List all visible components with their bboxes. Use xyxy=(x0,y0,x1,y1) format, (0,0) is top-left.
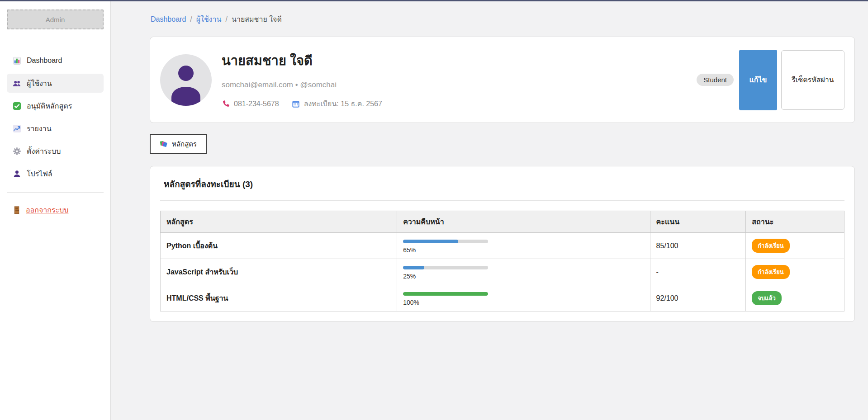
courses-table: หลักสูตร ความคืบหน้า คะแนน สถานะ Python … xyxy=(160,211,844,311)
score-value: 85/100 xyxy=(656,242,678,250)
progress-bar-fill xyxy=(403,240,458,243)
books-icon xyxy=(160,140,168,148)
users-icon xyxy=(13,79,21,88)
brand-label: Admin xyxy=(46,16,65,24)
sidebar-item-users[interactable]: ผู้ใช้งาน xyxy=(7,74,104,93)
reset-password-button[interactable]: รีเซ็ตรหัสผ่าน xyxy=(781,50,844,110)
title-divider xyxy=(160,200,844,201)
table-row: JavaScript สำหรับเว็บ 25% - กำลังเรียน xyxy=(161,259,844,285)
sidebar-item-reports[interactable]: รายงาน xyxy=(7,119,104,138)
approve-check-icon xyxy=(13,102,21,110)
profile-name: นายสมชาย ใจดี xyxy=(222,50,697,71)
sidebar-item-profile[interactable]: โปรไฟล์ xyxy=(7,164,104,183)
breadcrumb-link-dashboard[interactable]: Dashboard xyxy=(151,15,186,24)
progress-bar-fill xyxy=(403,292,488,296)
role-badge: Student xyxy=(697,74,734,86)
course-name: HTML/CSS พื้นฐาน xyxy=(166,294,228,302)
logout-link[interactable]: ออกจากระบบ xyxy=(7,204,104,216)
sidebar-item-label: อนุมัติหลักสูตร xyxy=(27,100,72,112)
progress-bar-fill xyxy=(403,266,424,269)
profile-info: นายสมชาย ใจดี somchai@email.com • @somch… xyxy=(222,50,697,109)
tab-courses[interactable]: หลักสูตร xyxy=(150,134,207,154)
header-status: สถานะ xyxy=(746,211,844,233)
main-content: Dashboard / ผู้ใช้งาน / นายสมชาย ใจดี นา… xyxy=(111,1,868,420)
report-chart-icon xyxy=(13,124,21,133)
profile-registered: ลงทะเบียน: 15 ธ.ค. 2567 xyxy=(292,98,382,109)
brand-logo-placeholder: Admin xyxy=(7,9,104,29)
sidebar-item-label: โปรไฟล์ xyxy=(27,168,52,179)
breadcrumb-separator: / xyxy=(226,15,228,24)
table-header-row: หลักสูตร ความคืบหน้า คะแนน สถานะ xyxy=(161,211,844,233)
status-badge: กำลังเรียน xyxy=(752,239,789,253)
sidebar-item-approve-courses[interactable]: อนุมัติหลักสูตร xyxy=(7,96,104,115)
logout-label: ออกจากระบบ xyxy=(26,204,68,216)
course-name: JavaScript สำหรับเว็บ xyxy=(166,268,238,276)
table-row: Python เบื้องต้น 65% 85/100 กำลังเรียน xyxy=(161,233,844,259)
avatar xyxy=(160,54,212,106)
profile-phone-value: 081-234-5678 xyxy=(234,100,279,108)
enrolled-courses-title: หลักสูตรที่ลงทะเบียน (3) xyxy=(164,177,844,191)
sidebar: Admin Dashboard ผู้ใช้งาน อนุมัติหลักสูต… xyxy=(0,1,111,420)
sidebar-item-settings[interactable]: ตั้งค่าระบบ xyxy=(7,142,104,160)
door-icon xyxy=(13,206,21,214)
breadcrumb-current: นายสมชาย ใจดี xyxy=(232,14,282,25)
gear-icon xyxy=(13,147,21,156)
tab-bar: หลักสูตร xyxy=(150,134,855,154)
profile-phone: 081-234-5678 xyxy=(222,100,279,108)
sidebar-item-label: ตั้งค่าระบบ xyxy=(27,146,61,157)
breadcrumb: Dashboard / ผู้ใช้งาน / นายสมชาย ใจดี xyxy=(151,14,855,25)
table-row: HTML/CSS พื้นฐาน 100% 92/100 จบแล้ว xyxy=(161,285,844,311)
breadcrumb-separator: / xyxy=(190,15,192,24)
score-value: - xyxy=(656,268,659,276)
course-name: Python เบื้องต้น xyxy=(166,242,218,250)
score-value: 92/100 xyxy=(656,294,678,302)
bar-chart-icon xyxy=(13,57,21,65)
progress-bar xyxy=(403,292,488,296)
sidebar-divider xyxy=(7,192,104,193)
sidebar-item-label: Dashboard xyxy=(27,57,62,65)
sidebar-item-label: รายงาน xyxy=(27,123,52,134)
sidebar-item-label: ผู้ใช้งาน xyxy=(27,78,52,89)
calendar-icon xyxy=(292,100,300,108)
progress-label: 25% xyxy=(403,273,644,280)
progress-label: 65% xyxy=(403,246,644,254)
app-layout: Admin Dashboard ผู้ใช้งาน อนุมัติหลักสูต… xyxy=(0,1,868,420)
progress-label: 100% xyxy=(403,299,644,306)
breadcrumb-link-users[interactable]: ผู้ใช้งาน xyxy=(196,14,222,25)
header-course: หลักสูตร xyxy=(161,211,397,233)
profile-email: somchai@email.com • @somchai xyxy=(222,80,697,90)
edit-button[interactable]: แก้ไข xyxy=(739,50,777,110)
status-badge: กำลังเรียน xyxy=(752,265,789,279)
profile-card: นายสมชาย ใจดี somchai@email.com • @somch… xyxy=(150,37,855,123)
phone-icon xyxy=(222,100,230,108)
progress-bar xyxy=(403,240,488,243)
sidebar-nav: Dashboard ผู้ใช้งาน อนุมัติหลักสูตร รายง… xyxy=(7,51,104,183)
profile-meta: 081-234-5678 ลงทะเบียน: 15 ธ.ค. 2567 xyxy=(222,98,697,109)
person-icon xyxy=(13,170,21,178)
header-score: คะแนน xyxy=(650,211,746,233)
status-badge: จบแล้ว xyxy=(752,291,782,305)
progress-bar xyxy=(403,266,488,269)
profile-registered-value: ลงทะเบียน: 15 ธ.ค. 2567 xyxy=(304,98,382,109)
sidebar-item-dashboard[interactable]: Dashboard xyxy=(7,51,104,70)
profile-actions: Student แก้ไข รีเซ็ตรหัสผ่าน xyxy=(697,50,844,110)
header-progress: ความคืบหน้า xyxy=(397,211,650,233)
enrolled-courses-card: หลักสูตรที่ลงทะเบียน (3) หลักสูตร ความคื… xyxy=(150,166,855,322)
tab-courses-label: หลักสูตร xyxy=(172,139,197,150)
